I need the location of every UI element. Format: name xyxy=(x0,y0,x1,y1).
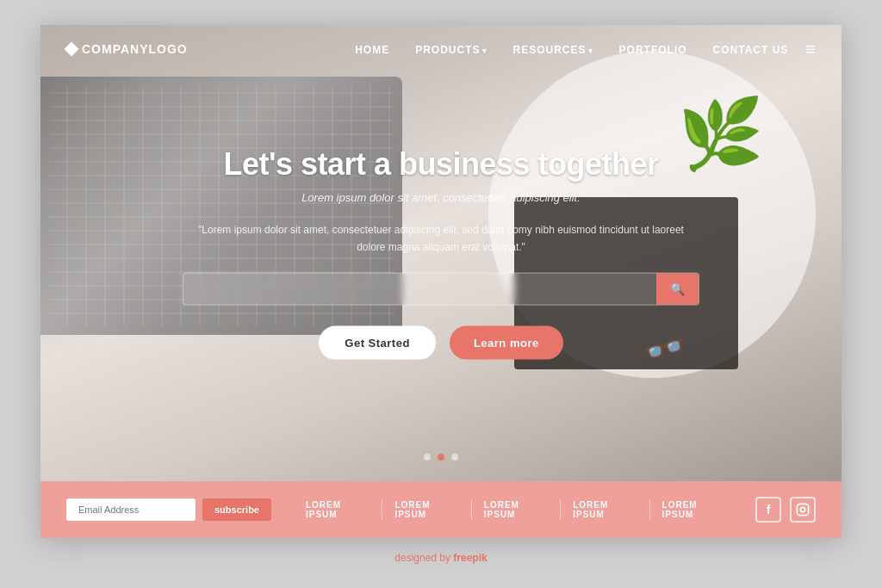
nav-link-contact[interactable]: CONTACT US xyxy=(713,44,789,56)
footer: subscribe LOREM IPSUM LOREM IPSUM LOREM … xyxy=(40,481,842,538)
nav-item-products[interactable]: PRODUCTS▾ xyxy=(415,41,487,57)
nav-link-home[interactable]: HOME xyxy=(355,44,389,56)
hero-subtitle: Lorem ipsum dolor sit amet, consectetuer… xyxy=(183,190,699,203)
footer-links: LOREM IPSUM LOREM IPSUM LOREM IPSUM LORE… xyxy=(306,500,738,519)
credit-label: designed by xyxy=(394,552,450,564)
facebook-icon[interactable]: f xyxy=(755,497,781,523)
nav-item-portfolio[interactable]: PORTFOLIO xyxy=(619,41,687,57)
instagram-icon[interactable] xyxy=(790,497,816,523)
search-input[interactable] xyxy=(183,274,656,304)
credit-text: designed by freepik xyxy=(394,552,487,564)
dot-2[interactable] xyxy=(438,454,444,461)
footer-link-4[interactable]: LOREM IPSUM xyxy=(561,500,649,519)
search-icon: 🔍 xyxy=(670,282,685,296)
hamburger-icon[interactable]: ≡ xyxy=(805,40,816,58)
email-input[interactable] xyxy=(66,498,196,521)
dot-1[interactable] xyxy=(424,454,431,461)
footer-email-section: subscribe xyxy=(66,498,271,521)
hero-content: Let's start a business together Lorem ip… xyxy=(183,145,699,360)
svg-rect-0 xyxy=(797,504,808,515)
footer-social: f xyxy=(755,497,816,523)
nav-item-home[interactable]: HOME xyxy=(355,41,389,57)
learn-more-button[interactable]: Learn more xyxy=(450,326,563,360)
nav-link-portfolio[interactable]: PORTFOLIO xyxy=(619,44,687,56)
footer-link-1[interactable]: LOREM IPSUM xyxy=(306,500,382,519)
hero-section: 👓 COMPANYLOGO HOME PRODUCTS▾ RESOURCES▾ … xyxy=(40,25,842,481)
subscribe-button[interactable]: subscribe xyxy=(202,498,271,521)
page-wrapper: 👓 COMPANYLOGO HOME PRODUCTS▾ RESOURCES▾ … xyxy=(40,25,842,538)
logo-diamond-icon xyxy=(65,41,79,56)
svg-point-1 xyxy=(800,507,804,511)
svg-point-2 xyxy=(805,506,806,507)
footer-link-3[interactable]: LOREM IPSUM xyxy=(472,500,561,519)
logo-text: COMPANYLOGO xyxy=(82,42,188,56)
nav-link-resources[interactable]: RESOURCES▾ xyxy=(513,44,593,56)
footer-link-2[interactable]: LOREM IPSUM xyxy=(382,500,471,519)
search-bar: 🔍 xyxy=(183,273,699,306)
nav-item-resources[interactable]: RESOURCES▾ xyxy=(513,41,593,57)
hero-quote: "Lorem ipsum dolor sit amet, consectetue… xyxy=(183,220,699,256)
navbar: COMPANYLOGO HOME PRODUCTS▾ RESOURCES▾ PO… xyxy=(40,25,842,73)
nav-link-products[interactable]: PRODUCTS▾ xyxy=(415,44,487,56)
freepik-brand: freepik xyxy=(453,552,487,564)
dropdown-arrow-icon: ▾ xyxy=(482,46,488,55)
get-started-button[interactable]: Get Started xyxy=(319,326,436,360)
dropdown-arrow-icon: ▾ xyxy=(588,46,593,55)
carousel-dots xyxy=(424,454,458,461)
hero-title: Let's start a business together xyxy=(183,145,699,182)
hero-buttons: Get Started Learn more xyxy=(183,326,699,360)
search-button[interactable]: 🔍 xyxy=(656,274,699,305)
nav-logo: COMPANYLOGO xyxy=(66,42,188,56)
footer-link-5[interactable]: LOREM IPSUM xyxy=(650,500,738,519)
dot-3[interactable] xyxy=(451,454,458,461)
nav-item-contact[interactable]: CONTACT US xyxy=(713,41,789,57)
nav-links: HOME PRODUCTS▾ RESOURCES▾ PORTFOLIO CONT… xyxy=(355,41,788,57)
